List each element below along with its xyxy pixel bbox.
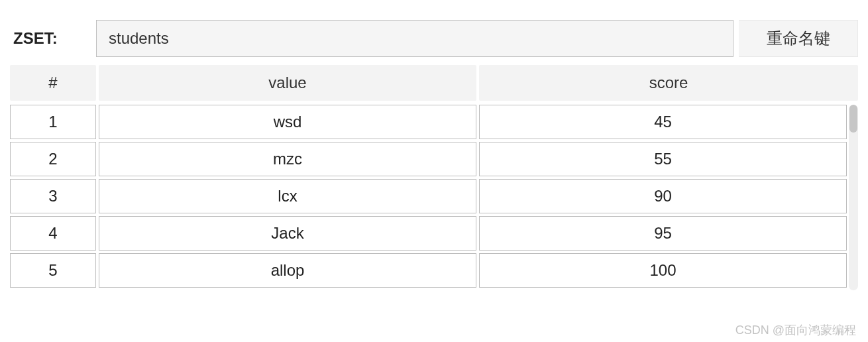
cell-value: allop: [99, 253, 476, 288]
cell-value: mzc: [99, 142, 476, 176]
key-header-bar: ZSET: 重命名键: [0, 0, 868, 65]
cell-score: 95: [479, 216, 847, 251]
table-row[interactable]: 4 Jack 95: [10, 216, 847, 251]
column-header-score[interactable]: score: [479, 65, 858, 101]
table-row[interactable]: 1 wsd 45: [10, 105, 847, 139]
cell-index: 5: [10, 253, 96, 288]
rename-key-button[interactable]: 重命名键: [739, 20, 858, 57]
cell-score: 90: [479, 179, 847, 213]
watermark-text: CSDN @面向鸿蒙编程: [735, 322, 856, 338]
cell-value: wsd: [99, 105, 476, 139]
zset-table: # value score 1 wsd 45 2 mzc 55 3 lcx 90…: [0, 65, 868, 290]
key-type-label: ZSET:: [10, 29, 96, 48]
table-body: 1 wsd 45 2 mzc 55 3 lcx 90 4 Jack 95 5 a: [10, 105, 847, 290]
scrollbar-thumb[interactable]: [849, 105, 857, 133]
cell-index: 4: [10, 216, 96, 251]
cell-index: 2: [10, 142, 96, 176]
vertical-scrollbar[interactable]: [849, 105, 858, 290]
table-row[interactable]: 3 lcx 90: [10, 179, 847, 213]
cell-index: 3: [10, 179, 96, 213]
cell-value: lcx: [99, 179, 476, 213]
cell-score: 45: [479, 105, 847, 139]
column-header-index[interactable]: #: [10, 65, 96, 101]
key-name-input[interactable]: [96, 20, 733, 57]
table-header-row: # value score: [10, 65, 858, 101]
cell-score: 55: [479, 142, 847, 176]
cell-value: Jack: [99, 216, 476, 251]
table-row[interactable]: 2 mzc 55: [10, 142, 847, 176]
column-header-value[interactable]: value: [99, 65, 476, 101]
table-row[interactable]: 5 allop 100: [10, 253, 847, 288]
cell-score: 100: [479, 253, 847, 288]
cell-index: 1: [10, 105, 96, 139]
